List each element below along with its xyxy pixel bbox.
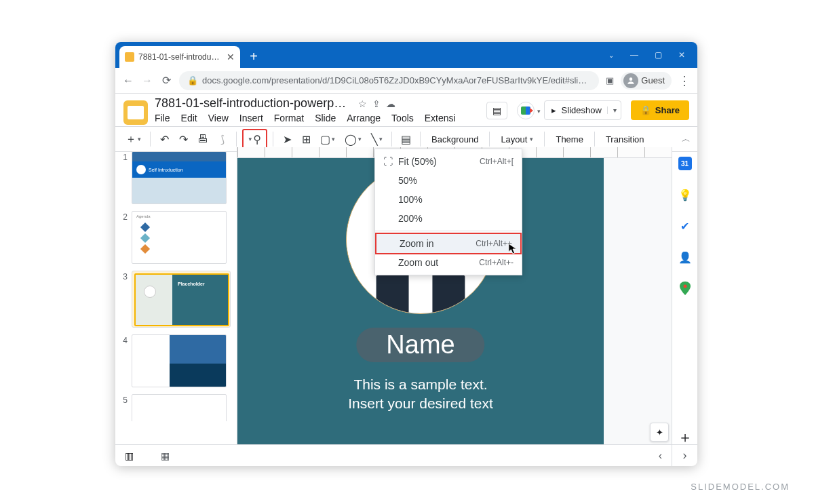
window-maximize-button[interactable]: ▢ bbox=[655, 50, 662, 60]
omnibox[interactable]: 🔒 docs.google.com/presentation/d/1D9CiL0… bbox=[179, 71, 599, 90]
menu-slide[interactable]: Slide bbox=[315, 113, 336, 123]
zoom-button[interactable]: ⚲ bbox=[245, 130, 265, 148]
document-title[interactable]: 7881-01-self-introduction-powerpoint... bbox=[155, 96, 351, 111]
tabsearch-button[interactable]: ⌄ bbox=[608, 52, 614, 59]
thumb-1-title: Self Introduction bbox=[149, 168, 183, 172]
slide-thumbnail-1[interactable]: Self Introduction bbox=[132, 151, 227, 204]
image-button[interactable]: ▢ bbox=[317, 130, 338, 148]
menu-extensions[interactable]: Extensi bbox=[425, 113, 456, 123]
svg-point-0 bbox=[629, 77, 633, 81]
undo-button[interactable]: ↶ bbox=[156, 130, 172, 148]
comment-history-button[interactable]: ▤ bbox=[486, 102, 507, 119]
separator bbox=[420, 132, 421, 147]
menu-tools[interactable]: Tools bbox=[391, 113, 414, 123]
browser-tab[interactable]: 7881-01-self-introduction-powe ✕ bbox=[119, 46, 240, 68]
zoom-menu-200-label: 200% bbox=[398, 213, 423, 224]
zoom-menu-100[interactable]: 100% bbox=[375, 190, 522, 209]
separator bbox=[150, 132, 151, 147]
star-icon[interactable]: ☆ bbox=[358, 98, 367, 109]
theme-button[interactable]: Theme bbox=[550, 130, 588, 148]
name-placeholder[interactable]: Name bbox=[356, 328, 484, 362]
slide-thumbnail-4[interactable] bbox=[132, 334, 227, 387]
zoom-menu-zoom-in[interactable]: Zoom in Ctrl+Alt++ bbox=[375, 233, 522, 254]
background-button[interactable]: Background bbox=[426, 130, 484, 148]
zoom-menu-zoom-in-label: Zoom in bbox=[400, 238, 434, 249]
avatar-icon bbox=[623, 73, 638, 88]
explore-icon: ✦ bbox=[656, 427, 663, 438]
contacts-icon[interactable]: 👤 bbox=[678, 250, 692, 264]
print-button[interactable]: 🖶 bbox=[194, 130, 212, 148]
menu-arrange[interactable]: Arrange bbox=[347, 113, 381, 123]
cloud-status-icon[interactable]: ☁ bbox=[386, 98, 395, 109]
zoom-menu-zoom-out-shortcut: Ctrl+Alt+- bbox=[479, 258, 513, 267]
explore-button[interactable]: ✦ bbox=[650, 423, 669, 442]
menu-edit[interactable]: Edit bbox=[181, 113, 197, 123]
nav-forward-button[interactable]: → bbox=[141, 75, 153, 87]
window-controls: ⌄ — ▢ ✕ bbox=[608, 42, 697, 68]
titlebar: 7881-01-self-introduction-powe ✕ + ⌄ — ▢… bbox=[115, 42, 697, 68]
menu-bar: File Edit View Insert Format Slide Arran… bbox=[155, 113, 480, 123]
zoom-menu-50-label: 50% bbox=[398, 175, 417, 186]
zoom-dropdown-menu: ⛶ Fit (50%) Ctrl+Alt+[ 50% 100% 200% Zoo… bbox=[374, 149, 522, 275]
collapse-filmstrip-icon[interactable]: ‹ bbox=[659, 450, 662, 462]
paint-format-button[interactable]: ⟆ bbox=[214, 130, 231, 148]
share-label: Share bbox=[655, 105, 680, 115]
window-close-button[interactable]: ✕ bbox=[678, 50, 685, 60]
slide-thumbnail-2[interactable]: Agenda bbox=[132, 211, 227, 264]
slides-logo-icon[interactable] bbox=[123, 100, 148, 125]
chevron-down-icon[interactable]: ▾ bbox=[607, 106, 617, 114]
layout-button[interactable]: Layout bbox=[495, 130, 539, 148]
share-button[interactable]: 🔒 Share bbox=[631, 100, 689, 120]
watermark: SLIDEMODEL.COM bbox=[691, 482, 790, 492]
tab-title: 7881-01-self-introduction-powe bbox=[138, 52, 222, 62]
slideshow-button[interactable]: ▸ Slideshow ▾ bbox=[544, 100, 621, 120]
thumb-number: 2 bbox=[121, 212, 128, 222]
meet-button[interactable]: ▾ bbox=[517, 102, 535, 119]
zoom-menu-50[interactable]: 50% bbox=[375, 171, 522, 190]
separator bbox=[391, 132, 392, 147]
nav-back-button[interactable]: ← bbox=[122, 75, 134, 87]
sidepanel-toggle-icon[interactable]: ▣ bbox=[606, 75, 614, 85]
menu-view[interactable]: View bbox=[208, 113, 229, 123]
zoom-menu-zoom-out[interactable]: Zoom out Ctrl+Alt+- bbox=[375, 253, 522, 272]
redo-button[interactable]: ↷ bbox=[175, 130, 191, 148]
add-comment-button[interactable]: ▤ bbox=[398, 130, 414, 148]
new-tab-button[interactable]: + bbox=[244, 47, 263, 65]
keep-icon[interactable]: 💡 bbox=[678, 188, 692, 201]
tab-close-icon[interactable]: ✕ bbox=[227, 52, 235, 62]
slide-thumbnail-panel: 1 Self Introduction 2 Agenda 3 bbox=[115, 147, 237, 444]
menu-file[interactable]: File bbox=[155, 113, 170, 123]
new-slide-button[interactable]: ＋ bbox=[122, 130, 144, 148]
tasks-icon[interactable]: ✔ bbox=[678, 219, 692, 233]
sample-text[interactable]: This is a sample text. Insert your desir… bbox=[237, 375, 604, 414]
calendar-icon[interactable]: 31 bbox=[678, 157, 692, 170]
window-minimize-button[interactable]: — bbox=[630, 50, 638, 60]
textbox-button[interactable]: ⊞ bbox=[298, 130, 314, 148]
comment-icon: ▤ bbox=[492, 105, 501, 116]
addons-button[interactable]: ＋ bbox=[678, 431, 692, 444]
zoom-menu-fit[interactable]: ⛶ Fit (50%) Ctrl+Alt+[ bbox=[375, 152, 522, 171]
slide-thumbnail-5[interactable] bbox=[132, 394, 227, 421]
menu-format[interactable]: Format bbox=[274, 113, 304, 123]
maps-icon[interactable] bbox=[678, 282, 692, 295]
chrome-menu-button[interactable]: ⋮ bbox=[678, 73, 691, 88]
profile-button[interactable]: Guest bbox=[621, 72, 672, 90]
filmstrip-view-icon[interactable]: ▥ bbox=[125, 450, 134, 461]
nav-reload-button[interactable]: ⟳ bbox=[160, 74, 172, 87]
zoom-menu-200[interactable]: 200% bbox=[375, 209, 522, 228]
transition-button[interactable]: Transition bbox=[600, 130, 650, 148]
thumb-number: 3 bbox=[121, 272, 128, 282]
side-panel: 31 💡 ✔ 👤 ＋ bbox=[672, 147, 697, 444]
shape-button[interactable]: ◯ bbox=[341, 130, 365, 148]
grid-view-icon[interactable]: ▦ bbox=[161, 450, 170, 461]
thumb-3-label: Placeholder bbox=[178, 282, 205, 286]
separator bbox=[375, 231, 522, 231]
slide-thumbnail-3-selected[interactable]: Placeholder bbox=[132, 271, 231, 328]
move-icon[interactable]: ⇪ bbox=[372, 98, 381, 109]
select-tool-button[interactable]: ➤ bbox=[279, 130, 295, 148]
collapse-toolbar-icon[interactable]: ︿ bbox=[682, 133, 691, 145]
sidepanel-collapse-button[interactable]: › bbox=[672, 444, 697, 466]
menu-insert[interactable]: Insert bbox=[239, 113, 263, 123]
line-button[interactable]: ╲ bbox=[368, 130, 386, 148]
svg-point-8 bbox=[683, 285, 686, 288]
